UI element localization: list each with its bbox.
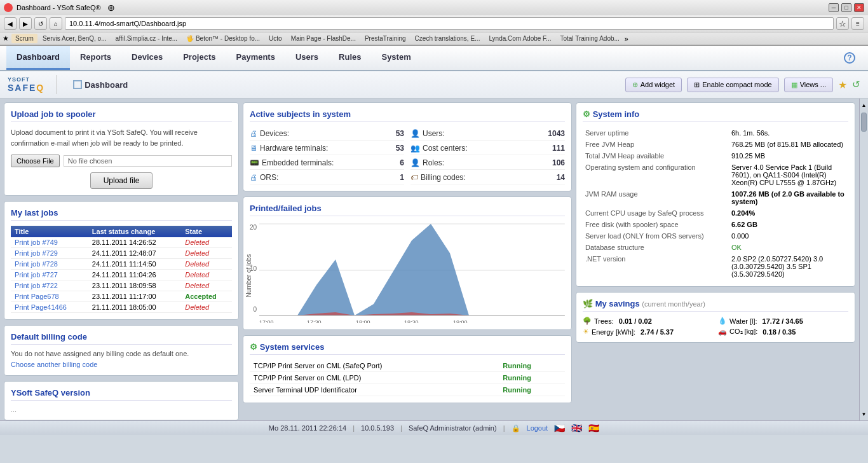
bookmarks-more[interactable]: » bbox=[625, 35, 628, 43]
bookmark-lynda[interactable]: Lynda.Com Adobe F... bbox=[485, 34, 555, 43]
service-name: Server Terminal UDP Identificator bbox=[250, 384, 499, 396]
bookmark-scrum[interactable]: Scrum bbox=[11, 34, 37, 43]
cost-centers-icon: 👥 bbox=[410, 144, 420, 153]
logo-ysoft: YSOFT bbox=[8, 76, 30, 83]
billing-link[interactable]: Choose another billing code bbox=[11, 361, 97, 368]
job-title[interactable]: Print Page41466 bbox=[11, 302, 88, 313]
home-button[interactable]: ⌂ bbox=[50, 17, 62, 30]
sysinfo-label: .NET version bbox=[583, 253, 729, 280]
bookmark-presta[interactable]: PrestaTraining bbox=[361, 34, 410, 43]
job-title[interactable]: Print job #729 bbox=[11, 248, 88, 259]
status-user: SafeQ Administrator (admin) bbox=[409, 424, 497, 432]
nav-system[interactable]: System bbox=[371, 46, 421, 70]
sysinfo-label: Database structure bbox=[583, 242, 729, 253]
job-state: Deleted bbox=[181, 280, 232, 291]
flag-en[interactable]: 🇬🇧 bbox=[571, 423, 582, 433]
sysinfo-row: Server load (ONLY from ORS servers) 0.00… bbox=[583, 230, 848, 242]
gold-star-icon[interactable]: ★ bbox=[838, 79, 847, 91]
bookmarks-icon: ★ bbox=[3, 34, 9, 43]
ors-icon: 🖨 bbox=[250, 173, 257, 182]
add-widget-icon: ⊕ bbox=[632, 81, 638, 89]
file-name-display: No file chosen bbox=[64, 155, 232, 167]
choose-file-button[interactable]: Choose File bbox=[11, 155, 60, 167]
new-tab-btn[interactable]: ⊕ bbox=[107, 3, 115, 13]
job-title[interactable]: Print job #749 bbox=[11, 237, 88, 248]
services-icon-2: ⚙ bbox=[250, 342, 257, 352]
y-axis-label: Number of jobs bbox=[246, 254, 253, 298]
sysinfo-row: Total JVM Heap available 910.25 MB bbox=[583, 150, 848, 162]
bookmark-beton[interactable]: 🖐 Beton™ - Desktop fo... bbox=[182, 34, 264, 43]
job-title[interactable]: Print job #727 bbox=[11, 270, 88, 280]
status-bar: Mo 28.11. 2011 22:26:14 | 10.0.5.193 | S… bbox=[0, 420, 868, 435]
flag-es[interactable]: 🇪🇸 bbox=[588, 423, 599, 433]
main-nav: Dashboard Reports Devices Projects Payme… bbox=[0, 46, 868, 71]
services-widget: ⚙ System services TCP/IP Print Server on… bbox=[243, 335, 572, 403]
minimize-button[interactable]: ─ bbox=[829, 3, 839, 12]
nav-projects[interactable]: Projects bbox=[173, 46, 226, 70]
forward-button[interactable]: ▶ bbox=[19, 17, 32, 30]
job-title[interactable]: Print job #728 bbox=[11, 259, 88, 270]
file-input-row: Choose File No file chosen bbox=[11, 155, 232, 167]
job-state: Deleted bbox=[181, 270, 232, 280]
nav-rules[interactable]: Rules bbox=[329, 46, 371, 70]
sysinfo-value: 0.000 bbox=[729, 230, 848, 242]
nav-users[interactable]: Users bbox=[285, 46, 329, 70]
users-icon: 👤 bbox=[410, 129, 420, 138]
job-title[interactable]: Print Page678 bbox=[11, 291, 88, 302]
bookmark-star[interactable]: ☆ bbox=[836, 17, 849, 30]
chart-widget: Printed/failed jobs 20 10 0 bbox=[243, 197, 572, 330]
status-ip: 10.0.5.193 bbox=[361, 424, 394, 432]
sysinfo-value: 910.25 MB bbox=[729, 150, 848, 162]
job-title[interactable]: Print job #722 bbox=[11, 280, 88, 291]
logo: YSOFT SAFEQ bbox=[8, 76, 44, 93]
logo-safeq: SAFEQ bbox=[8, 83, 44, 93]
browser-menu[interactable]: ≡ bbox=[851, 17, 864, 30]
views-button[interactable]: ▦ Views ... bbox=[784, 78, 833, 92]
subject-users: 👤 Users: 1043 bbox=[410, 127, 565, 141]
views-icon: ▦ bbox=[791, 81, 797, 89]
scroll-thumb[interactable] bbox=[861, 113, 867, 132]
bookmark-affil[interactable]: affil.Simplia.cz - Inte... bbox=[112, 34, 182, 43]
scroll-up[interactable]: ▲ bbox=[860, 99, 868, 111]
separator-1: | bbox=[353, 424, 355, 432]
services-table: TCP/IP Print Server on CML (SafeQ Port) … bbox=[250, 360, 565, 396]
back-button[interactable]: ◀ bbox=[4, 17, 17, 30]
compact-mode-button[interactable]: ⊞ Enable compact mode bbox=[687, 78, 778, 92]
bookmark-main[interactable]: Main Page - FlashDe... bbox=[287, 34, 360, 43]
savings-grid: 🌳 Trees: 0.01 / 0.02 💧 Water [l]: 17.72 … bbox=[583, 317, 848, 336]
close-button[interactable]: ✕ bbox=[854, 3, 864, 12]
nav-payments[interactable]: Payments bbox=[226, 46, 285, 70]
devices-icon: 🖨 bbox=[250, 129, 257, 138]
nav-dashboard[interactable]: Dashboard bbox=[6, 46, 70, 70]
bookmark-ucto[interactable]: Ucto bbox=[265, 34, 286, 43]
nav-reports[interactable]: Reports bbox=[70, 46, 121, 70]
nav-devices[interactable]: Devices bbox=[121, 46, 173, 70]
window-controls: ─ □ ✕ bbox=[829, 3, 864, 12]
logout-button[interactable]: Logout bbox=[527, 424, 548, 432]
job-date: 24.11.2011 11:14:50 bbox=[88, 259, 181, 270]
col-state: State bbox=[181, 226, 232, 237]
scrollbar[interactable]: ▲ ▼ bbox=[859, 99, 868, 420]
sysinfo-label: Free JVM Heap bbox=[583, 139, 729, 150]
savings-water: 💧 Water [l]: 17.72 / 34.65 bbox=[718, 317, 848, 325]
sysinfo-label: Server uptime bbox=[583, 127, 729, 139]
help-button[interactable]: ? bbox=[837, 46, 862, 70]
compact-icon: ⊞ bbox=[694, 81, 700, 89]
bookmark-servis[interactable]: Servis Acer, BenQ, o... bbox=[39, 34, 111, 43]
address-bar[interactable] bbox=[65, 17, 834, 30]
add-widget-button[interactable]: ⊕ Add widget bbox=[625, 78, 682, 92]
upload-button[interactable]: Upload file bbox=[90, 172, 153, 189]
bookmark-total[interactable]: Total Training Adob... bbox=[556, 34, 623, 43]
content-wrapper: Upload job to spooler Upload document to… bbox=[0, 99, 868, 420]
reload-button[interactable]: ↺ bbox=[34, 17, 47, 30]
x-label-4: 18:30 bbox=[404, 319, 419, 323]
refresh-icon[interactable]: ↺ bbox=[852, 79, 860, 90]
scroll-down[interactable]: ▼ bbox=[860, 408, 868, 420]
service-name: TCP/IP Print Server on CML (LPD) bbox=[250, 372, 499, 384]
version-content: ... bbox=[11, 406, 232, 413]
maximize-button[interactable]: □ bbox=[841, 3, 851, 12]
right-column: ⚙ System info Server uptime 6h. 1m. 56s.… bbox=[576, 102, 855, 420]
flag-cz[interactable]: 🇨🇿 bbox=[554, 423, 565, 433]
subject-devices: 🖨 Devices: 53 bbox=[250, 127, 404, 141]
bookmark-czech[interactable]: Czech translations, E... bbox=[411, 34, 484, 43]
